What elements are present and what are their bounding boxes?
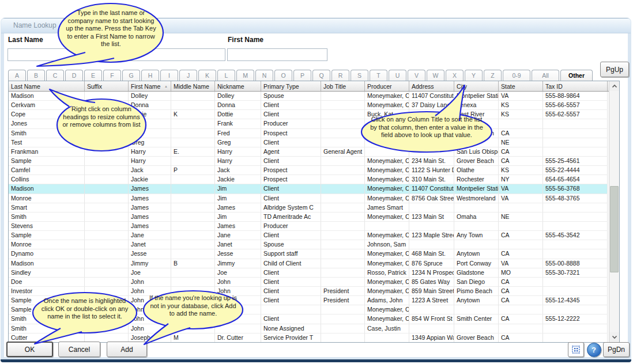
table-row[interactable]: StevensJamesJamesProducer: [9, 222, 609, 231]
cancel-button[interactable]: Cancel: [58, 342, 100, 357]
tab-i[interactable]: I: [160, 70, 178, 81]
table-row[interactable]: MadisonJamesJimClientMoneymaker, Chr1140…: [9, 184, 609, 194]
tab-p[interactable]: P: [293, 70, 311, 81]
add-button[interactable]: Add: [107, 342, 147, 357]
table-row[interactable]: DoeJohnJohnClientMoneymaker, Chr85 Gates…: [9, 278, 609, 287]
first-name-input[interactable]: [227, 48, 327, 61]
column-header-state[interactable]: State: [499, 81, 543, 91]
tab-a[interactable]: A: [8, 70, 26, 81]
last-name-input[interactable]: [7, 48, 225, 61]
tab-o[interactable]: O: [274, 70, 292, 81]
table-cell: [85, 203, 129, 213]
column-header-middle-name[interactable]: Middle Name: [171, 81, 215, 91]
ok-button[interactable]: OK: [6, 342, 53, 357]
tab-l[interactable]: L: [217, 70, 235, 81]
table-row[interactable]: CamfelJackPJackProspectMoneymaker, Chr11…: [9, 166, 609, 175]
table-cell: [171, 314, 215, 324]
tab-z[interactable]: Z: [484, 70, 502, 81]
vertical-scrollbar[interactable]: [609, 81, 619, 342]
table-row[interactable]: MadisonDolleyDolleySpouseMoneymaker, Chr…: [9, 92, 609, 101]
table-row[interactable]: TestGregGregClientNE: [9, 138, 609, 147]
scroll-down-button[interactable]: [609, 332, 619, 342]
column-header-job-title[interactable]: Job Title: [321, 81, 365, 91]
tab-other[interactable]: Other: [560, 70, 593, 81]
tab-x[interactable]: X: [446, 70, 464, 81]
table-row[interactable]: CerkvamDonnaDonnaClientMoneymaker, Chr37…: [9, 101, 609, 110]
table-row[interactable]: SampleJaneJaneClientMoneymaker, Chr123 M…: [9, 231, 609, 240]
table-cell: [409, 119, 454, 128]
table-cell: [171, 138, 215, 147]
table-row[interactable]: SmithJohnJohnClientMoneymaker, Chr854 W …: [9, 314, 609, 324]
scroll-up-button[interactable]: [609, 81, 619, 91]
table-cell: [409, 324, 454, 333]
table-row[interactable]: FrankmanHarryE.HarryAgentGeneral AgentSa…: [9, 147, 609, 157]
column-header-city[interactable]: City: [454, 81, 499, 91]
column-header-label: Primary Type: [263, 83, 299, 90]
tab-c[interactable]: C: [46, 70, 64, 81]
column-header-address[interactable]: Address: [409, 81, 454, 91]
page-up-button[interactable]: PgUp: [600, 62, 629, 77]
table-row[interactable]: SmithJamesJimTD Ameritrade AcMoneymaker,…: [9, 213, 609, 222]
table-row[interactable]: SampleJohnJohnClientPresidentAdams, John…: [9, 296, 609, 305]
title-bar[interactable]: Name Lookup: [1, 18, 631, 33]
tab-v[interactable]: V: [408, 70, 425, 81]
column-header-producer[interactable]: Producer: [365, 81, 409, 91]
table-cell: John: [215, 314, 261, 324]
table-row[interactable]: JonesFrankFrankProducer: [9, 119, 609, 128]
table-cell: John: [129, 296, 171, 305]
table-row[interactable]: MonroeJamesJimClientMoneymaker, Chr8756 …: [9, 194, 609, 203]
column-header-nickname[interactable]: Nickname: [215, 81, 261, 91]
screen: Name Lookup Last Name First Name PgUp AB…: [0, 0, 633, 364]
tab-d[interactable]: D: [65, 70, 83, 81]
column-header-last-name[interactable]: Last Name: [9, 81, 85, 91]
tab-0-9[interactable]: 0-9: [503, 70, 530, 81]
tab-k[interactable]: K: [198, 70, 216, 81]
tab-r[interactable]: R: [331, 70, 349, 81]
table-row[interactable]: SampleJohnMoneymaker, Chr: [9, 305, 609, 314]
tab-e[interactable]: E: [84, 70, 102, 81]
grid-options-button[interactable]: [568, 342, 584, 357]
table-cell: [85, 259, 129, 268]
table-cell: [321, 101, 365, 110]
table-cell: Jane: [215, 231, 261, 240]
help-button[interactable]: ?: [586, 342, 601, 357]
table-cell: Child of Client: [261, 259, 321, 268]
table-row[interactable]: CollinsJackieJackieProspectMoneymaker, C…: [9, 175, 609, 184]
tab-y[interactable]: Y: [465, 70, 483, 81]
tab-n[interactable]: N: [255, 70, 273, 81]
table-row[interactable]: SmithFredFredProspectGrover BeachCA: [9, 129, 609, 138]
tab-m[interactable]: M: [236, 70, 254, 81]
tab-h[interactable]: H: [141, 70, 159, 81]
table-row[interactable]: MadisonJimmyBJimmyChild of ClientMoneyma…: [9, 259, 609, 268]
tab-b[interactable]: B: [27, 70, 45, 81]
table-row[interactable]: SmartJamesJamesAlbridge System CJames Sm…: [9, 203, 609, 213]
table-row[interactable]: CopeDottieKDottieClientBuck, KatEast Riv…: [9, 110, 609, 119]
tab-f[interactable]: F: [103, 70, 121, 81]
table-cell: Madison: [9, 92, 85, 101]
tab-t[interactable]: T: [370, 70, 387, 81]
tab-s[interactable]: S: [351, 70, 368, 81]
table-row[interactable]: SindleyJoeJoeClientRosso, Patrick1234 N …: [9, 268, 609, 278]
column-header-first-name[interactable]: First Name▲: [129, 81, 171, 91]
table-row[interactable]: SampleHarryHarryClientMoneymaker, Chr234…: [9, 157, 609, 166]
tab-q[interactable]: Q: [312, 70, 330, 81]
table-cell: [454, 222, 499, 231]
table-cell: 555-22-4444: [543, 166, 608, 175]
table-row[interactable]: MonroeJanetJanetSpouseJohnson, Sam: [9, 240, 609, 249]
tab-g[interactable]: G: [122, 70, 140, 81]
table-cell: [454, 305, 499, 314]
scrollbar-thumb[interactable]: [610, 186, 619, 272]
table-cell: [409, 147, 454, 157]
tab-w[interactable]: W: [427, 70, 444, 81]
column-header-suffix[interactable]: Suffix: [85, 81, 129, 91]
column-header-tax-id[interactable]: Tax ID: [543, 81, 608, 91]
column-header-primary-type[interactable]: Primary Type: [261, 81, 321, 91]
table-row[interactable]: SmithJohnNone AssignedCase, Justin: [9, 324, 609, 333]
table-cell: 234 Main St.: [409, 157, 454, 166]
tab-u[interactable]: U: [389, 70, 406, 81]
table-row[interactable]: InvestorJohnJohnClientPresidentMoneymake…: [9, 287, 609, 296]
tab-j[interactable]: J: [179, 70, 197, 81]
table-row[interactable]: DynamoJesseJesseSupport staffMoneymaker,…: [9, 249, 609, 259]
tab-all[interactable]: All: [532, 70, 559, 81]
page-down-button[interactable]: PgDn: [603, 342, 630, 357]
